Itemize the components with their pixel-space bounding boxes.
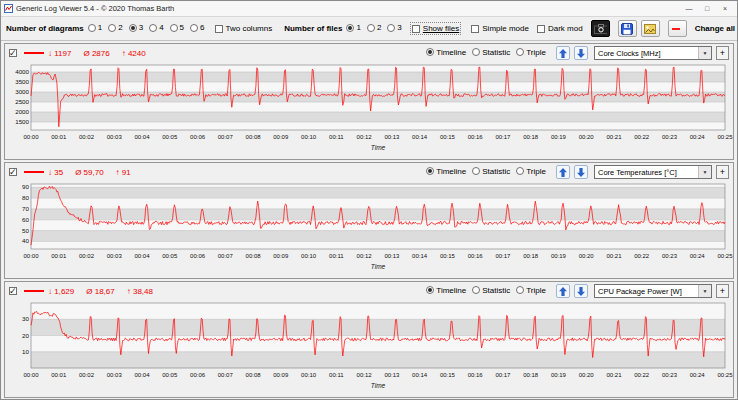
svg-text:3000: 3000 bbox=[15, 88, 29, 95]
metric-select[interactable]: Core Temperatures [°C] ▼ bbox=[594, 165, 712, 179]
radio-4[interactable]: 4 bbox=[149, 23, 163, 32]
radio-label: Triple bbox=[526, 286, 546, 295]
svg-text:00:25: 00:25 bbox=[717, 253, 733, 259]
svg-text:00:13: 00:13 bbox=[384, 253, 400, 259]
svg-text:00:15: 00:15 bbox=[440, 134, 456, 140]
svg-text:00:23: 00:23 bbox=[662, 253, 678, 259]
chart-panel-cpu-package-power: ↓ 1,629 Ø 18,67 ↑ 38,48 TimelineStatisti… bbox=[4, 281, 734, 398]
add-metric-button[interactable]: + bbox=[716, 284, 729, 298]
stat-min: ↓ 35 bbox=[48, 168, 63, 177]
panel-enabled-checkbox[interactable] bbox=[9, 168, 17, 176]
radio-5[interactable]: 5 bbox=[170, 23, 184, 32]
stat-max: ↑ 38,48 bbox=[127, 287, 153, 296]
chart-core-clocks: 40003500300025002000150000:0000:0100:020… bbox=[5, 62, 735, 158]
chevron-down-icon: ▼ bbox=[698, 47, 711, 59]
stat-max: ↑ 91 bbox=[116, 168, 131, 177]
minimize-button[interactable]: — bbox=[680, 2, 698, 15]
simple-mode-label: Simple mode bbox=[482, 24, 529, 33]
line-style-refresh-button[interactable] bbox=[668, 20, 687, 37]
radio-triple[interactable]: Triple bbox=[516, 48, 546, 57]
svg-text:00:05: 00:05 bbox=[162, 253, 178, 259]
radio-1[interactable]: 1 bbox=[88, 23, 102, 32]
dark-mode-label: Dark mod bbox=[548, 24, 583, 33]
add-metric-button[interactable]: + bbox=[716, 165, 729, 179]
radio-2[interactable]: 2 bbox=[367, 23, 381, 32]
svg-text:00:24: 00:24 bbox=[690, 253, 706, 259]
svg-text:00:20: 00:20 bbox=[579, 372, 595, 378]
maximize-button[interactable]: □ bbox=[698, 2, 716, 15]
svg-text:00:16: 00:16 bbox=[468, 134, 484, 140]
radio-timeline[interactable]: Timeline bbox=[426, 48, 466, 57]
view-mode-options: TimelineStatisticTriple bbox=[426, 167, 552, 178]
radio-statistic[interactable]: Statistic bbox=[472, 48, 510, 57]
move-up-button[interactable] bbox=[556, 165, 570, 179]
show-files-checkbox[interactable]: Show files bbox=[412, 24, 459, 33]
svg-text:Time: Time bbox=[371, 144, 386, 151]
svg-text:00:06: 00:06 bbox=[190, 134, 206, 140]
radio-label: Statistic bbox=[482, 286, 510, 295]
move-down-button[interactable] bbox=[574, 46, 588, 60]
radio-timeline[interactable]: Timeline bbox=[426, 286, 466, 295]
svg-text:60: 60 bbox=[22, 216, 29, 223]
svg-text:00:02: 00:02 bbox=[79, 372, 95, 378]
svg-text:00:14: 00:14 bbox=[412, 253, 428, 259]
two-columns-checkbox[interactable]: Two columns bbox=[215, 24, 273, 33]
radio-6[interactable]: 6 bbox=[190, 23, 204, 32]
radio-icon bbox=[346, 24, 354, 32]
svg-text:00:21: 00:21 bbox=[606, 134, 622, 140]
move-down-button[interactable] bbox=[574, 284, 588, 298]
stat-avg: Ø 59,70 bbox=[75, 168, 103, 177]
close-button[interactable]: × bbox=[716, 2, 734, 15]
panel-enabled-checkbox[interactable] bbox=[9, 49, 17, 57]
svg-text:00:12: 00:12 bbox=[357, 134, 373, 140]
chevron-down-icon: ▼ bbox=[698, 166, 711, 178]
radio-icon bbox=[472, 167, 480, 175]
radio-icon bbox=[426, 48, 434, 56]
radio-timeline[interactable]: Timeline bbox=[426, 167, 466, 176]
metric-select[interactable]: Core Clocks [MHz] ▼ bbox=[594, 46, 712, 60]
radio-1[interactable]: 1 bbox=[346, 23, 360, 32]
svg-text:90: 90 bbox=[22, 183, 29, 190]
export-image-button[interactable] bbox=[641, 20, 660, 37]
radio-triple[interactable]: Triple bbox=[516, 286, 546, 295]
radio-icon bbox=[472, 286, 480, 294]
radio-label: Triple bbox=[526, 48, 546, 57]
radio-icon bbox=[516, 48, 524, 56]
chart-core-temperatures: 90807060504000:0000:0100:0200:0300:0400:… bbox=[5, 181, 735, 277]
radio-triple[interactable]: Triple bbox=[516, 167, 546, 176]
svg-text:00:25: 00:25 bbox=[717, 372, 733, 378]
panel-enabled-checkbox[interactable] bbox=[9, 287, 17, 295]
svg-text:00:08: 00:08 bbox=[246, 253, 262, 259]
checkbox-icon bbox=[215, 25, 223, 33]
svg-text:00:18: 00:18 bbox=[523, 372, 539, 378]
move-up-button[interactable] bbox=[556, 284, 570, 298]
window-title: Generic Log Viewer 5.4 - © 2020 Thomas B… bbox=[16, 4, 174, 13]
arrow-down-icon bbox=[577, 49, 585, 58]
add-metric-button[interactable]: + bbox=[716, 46, 729, 60]
app-icon bbox=[4, 4, 13, 13]
dark-mode-checkbox[interactable]: Dark mod bbox=[537, 24, 583, 33]
file-count-options: 123 bbox=[346, 23, 407, 34]
radio-icon bbox=[129, 24, 137, 32]
svg-text:00:07: 00:07 bbox=[218, 253, 234, 259]
move-up-button[interactable] bbox=[556, 46, 570, 60]
save-button[interactable] bbox=[618, 20, 637, 37]
svg-text:00:13: 00:13 bbox=[384, 134, 400, 140]
radio-icon bbox=[149, 24, 157, 32]
simple-mode-checkbox[interactable]: Simple mode bbox=[471, 24, 529, 33]
radio-statistic[interactable]: Statistic bbox=[472, 167, 510, 176]
svg-text:00:12: 00:12 bbox=[357, 253, 373, 259]
chart-panel-core-clocks: ↓ 1197 Ø 2876 ↑ 4240 TimelineStatisticTr… bbox=[4, 43, 734, 160]
svg-text:00:03: 00:03 bbox=[107, 134, 123, 140]
radio-3[interactable]: 3 bbox=[129, 23, 143, 32]
radio-2[interactable]: 2 bbox=[108, 23, 122, 32]
screenshot-button[interactable] bbox=[591, 20, 610, 37]
radio-statistic[interactable]: Statistic bbox=[472, 286, 510, 295]
svg-text:00:13: 00:13 bbox=[384, 372, 400, 378]
move-down-button[interactable] bbox=[574, 165, 588, 179]
radio-label: 1 bbox=[356, 23, 360, 32]
svg-text:00:04: 00:04 bbox=[134, 372, 150, 378]
radio-label: Timeline bbox=[436, 286, 466, 295]
radio-3[interactable]: 3 bbox=[387, 23, 401, 32]
metric-select[interactable]: CPU Package Power [W] ▼ bbox=[594, 284, 712, 298]
